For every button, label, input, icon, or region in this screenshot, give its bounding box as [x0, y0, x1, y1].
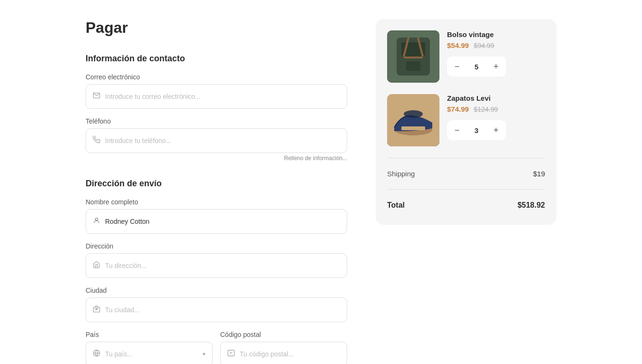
svg-rect-5 — [97, 308, 97, 309]
phone-group: Teléfono Relleno de información... — [86, 117, 347, 162]
item-2-qty-control: − 3 + — [447, 120, 506, 140]
address-group: Dirección — [86, 242, 347, 278]
address-label: Dirección — [86, 242, 347, 250]
email-label: Correo electrónico — [86, 73, 347, 81]
email-group: Correo electrónico — [86, 73, 347, 109]
item-2-name: Zapatos Levi — [447, 94, 545, 102]
order-item-1: Bolso vintage $54.99 $94.99 − 5 + — [387, 30, 545, 83]
item-2-qty-increase[interactable]: + — [486, 120, 506, 140]
country-select-wrapper[interactable]: Tu país... ▾ — [86, 342, 213, 364]
city-label: Ciudad — [86, 287, 347, 294]
item-1-qty-value: 5 — [467, 63, 486, 71]
phone-icon — [93, 136, 100, 145]
chevron-down-icon: ▾ — [203, 351, 205, 357]
email-input-wrapper[interactable] — [86, 84, 347, 109]
item-2-sale-price: $74.99 — [447, 105, 469, 113]
shipping-section: Dirección de envío Nombre completo Direc… — [86, 179, 347, 364]
total-row: Total $518.92 — [387, 197, 545, 213]
contact-section: Información de contacto Correo electróni… — [86, 54, 347, 162]
shipping-label: Shipping — [387, 170, 415, 178]
order-summary: Bolso vintage $54.99 $94.99 − 5 + — [376, 19, 556, 225]
item-1-original-price: $94.99 — [474, 42, 494, 49]
total-label: Total — [387, 201, 405, 210]
postal-input[interactable] — [240, 350, 340, 358]
fullname-input[interactable] — [105, 218, 340, 225]
postal-label: Código postal — [220, 331, 347, 338]
phone-input-wrapper[interactable] — [86, 128, 347, 153]
postal-icon — [227, 349, 235, 359]
order-item-2: Zapatos Levi $74.99 $124.99 − 3 + — [387, 94, 545, 146]
item-1-qty-decrease[interactable]: − — [447, 57, 467, 77]
email-icon — [93, 92, 100, 101]
item-1-sale-price: $54.99 — [447, 41, 469, 49]
svg-point-1 — [95, 218, 97, 220]
country-select[interactable]: Tu país... — [105, 350, 203, 358]
item-1-qty-control: − 5 + — [447, 57, 506, 77]
item-2-qty-value: 3 — [467, 126, 486, 134]
page-title: Pagar — [86, 19, 347, 37]
country-group: País Tu país... ▾ — [86, 331, 213, 364]
city-input[interactable] — [105, 306, 340, 314]
item-2-pricing: $74.99 $124.99 — [447, 105, 545, 114]
contact-section-title: Información de contacto — [86, 54, 347, 64]
fullname-input-wrapper[interactable] — [86, 209, 347, 234]
svg-rect-8 — [228, 350, 234, 356]
postal-input-wrapper[interactable] — [220, 342, 347, 364]
autofill-hint: Relleno de información... — [86, 155, 347, 162]
phone-input[interactable] — [105, 137, 340, 144]
summary-divider-1 — [387, 158, 545, 158]
summary-divider-2 — [387, 189, 545, 190]
shipping-row: Shipping $19 — [387, 166, 545, 182]
svg-rect-4 — [96, 308, 96, 309]
item-2-details: Zapatos Levi $74.99 $124.99 − 3 + — [447, 94, 545, 140]
postal-group: Código postal — [220, 331, 347, 364]
shoes-image — [387, 94, 439, 146]
address-input-wrapper[interactable] — [86, 253, 347, 278]
country-postal-row: País Tu país... ▾ — [86, 331, 347, 364]
person-icon — [93, 217, 100, 226]
svg-rect-16 — [404, 57, 423, 58]
shipping-value: $19 — [533, 170, 545, 178]
item-1-details: Bolso vintage $54.99 $94.99 − 5 + — [447, 30, 545, 77]
backpack-image — [387, 30, 439, 83]
order-card: Bolso vintage $54.99 $94.99 − 5 + — [376, 19, 556, 225]
item-1-name: Bolso vintage — [447, 30, 545, 38]
item-2-original-price: $124.99 — [474, 105, 498, 113]
address-input[interactable] — [105, 262, 340, 269]
email-input[interactable] — [105, 93, 340, 100]
city-icon — [93, 305, 100, 315]
item-1-pricing: $54.99 $94.99 — [447, 41, 545, 50]
svg-rect-17 — [406, 61, 420, 71]
svg-point-20 — [404, 110, 423, 118]
item-2-qty-decrease[interactable]: − — [447, 120, 467, 140]
home-icon — [93, 261, 100, 270]
svg-rect-21 — [401, 126, 425, 130]
total-value: $518.92 — [517, 201, 545, 210]
fullname-label: Nombre completo — [86, 198, 347, 206]
phone-label: Teléfono — [86, 117, 347, 125]
shipping-section-title: Dirección de envío — [86, 179, 347, 189]
country-label: País — [86, 331, 213, 338]
city-input-wrapper[interactable] — [86, 297, 347, 322]
city-group: Ciudad — [86, 287, 347, 322]
globe-icon — [93, 349, 100, 359]
item-1-qty-increase[interactable]: + — [486, 57, 506, 77]
left-column: Pagar Información de contacto Correo ele… — [86, 19, 347, 364]
fullname-group: Nombre completo — [86, 198, 347, 234]
